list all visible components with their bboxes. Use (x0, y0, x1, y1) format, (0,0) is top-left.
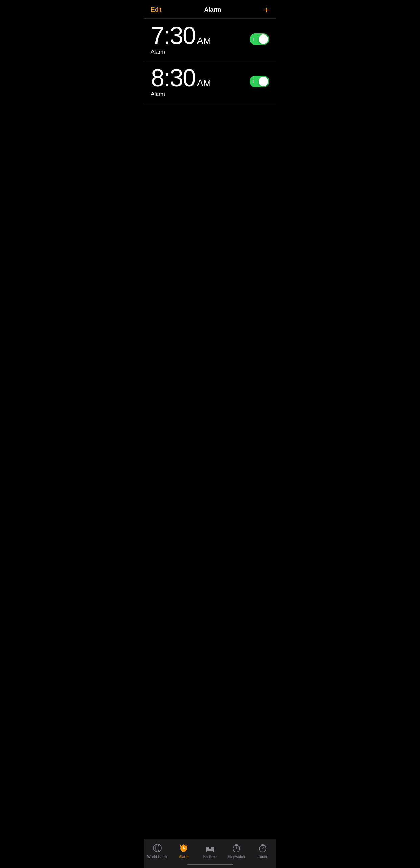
tab-timer[interactable]: Timer (253, 843, 273, 859)
tab-world-clock[interactable]: World Clock (147, 843, 167, 859)
alarm-time-display-1: 7:30 AM (151, 23, 250, 48)
add-alarm-button[interactable]: + (264, 5, 269, 14)
toggle-knob-1 (259, 34, 268, 44)
tab-alarm[interactable]: Alarm (173, 843, 194, 859)
timer-label: Timer (258, 854, 267, 859)
world-clock-label: World Clock (147, 854, 167, 859)
alarm-list: 7:30 AM Alarm I 8:30 AM Alarm (144, 19, 276, 103)
svg-rect-17 (213, 851, 214, 852)
svg-line-8 (182, 851, 183, 852)
svg-rect-13 (211, 847, 213, 849)
svg-point-10 (183, 844, 184, 846)
svg-rect-12 (207, 847, 209, 849)
alarm-tab-label: Alarm (179, 854, 189, 859)
svg-line-9 (184, 851, 185, 852)
timer-icon (258, 843, 268, 853)
toggle-i-label-2: I (253, 79, 254, 84)
alarm-time-display-2: 8:30 AM (151, 66, 250, 90)
navigation-bar: Edit Alarm + (144, 0, 276, 19)
alarm-item-1[interactable]: 7:30 AM Alarm I (144, 19, 276, 61)
svg-rect-16 (206, 851, 207, 852)
world-clock-icon (152, 843, 162, 853)
bedtime-icon (205, 843, 215, 853)
edit-button[interactable]: Edit (151, 6, 161, 14)
home-indicator (187, 864, 233, 865)
alarm-info-2: 8:30 AM Alarm (151, 66, 250, 97)
alarm-label-1: Alarm (151, 49, 250, 55)
alarm-toggle-2[interactable]: I (250, 76, 269, 87)
alarm-icon (179, 843, 189, 853)
toggle-knob-2 (259, 77, 268, 86)
alarm-label-2: Alarm (151, 91, 250, 97)
alarm-ampm-2: AM (197, 78, 211, 88)
svg-rect-14 (206, 847, 207, 851)
stopwatch-label: Stopwatch (228, 854, 245, 859)
svg-line-24 (263, 847, 264, 849)
alarm-ampm-1: AM (197, 36, 211, 46)
stopwatch-icon (231, 843, 241, 853)
alarm-time-2: 8:30 (151, 66, 195, 90)
alarm-item-2[interactable]: 8:30 AM Alarm I (144, 61, 276, 103)
alarm-info-1: 7:30 AM Alarm (151, 23, 250, 55)
svg-rect-15 (213, 847, 214, 851)
page-title: Alarm (204, 6, 221, 14)
main-content: 7:30 AM Alarm I 8:30 AM Alarm (144, 19, 276, 137)
tab-stopwatch[interactable]: Stopwatch (226, 843, 247, 859)
alarm-toggle-1[interactable]: I (250, 33, 269, 45)
alarm-time-1: 7:30 (151, 23, 195, 48)
toggle-i-label-1: I (253, 37, 254, 41)
bedtime-label: Bedtime (203, 854, 217, 859)
tab-bedtime[interactable]: Bedtime (200, 843, 220, 859)
